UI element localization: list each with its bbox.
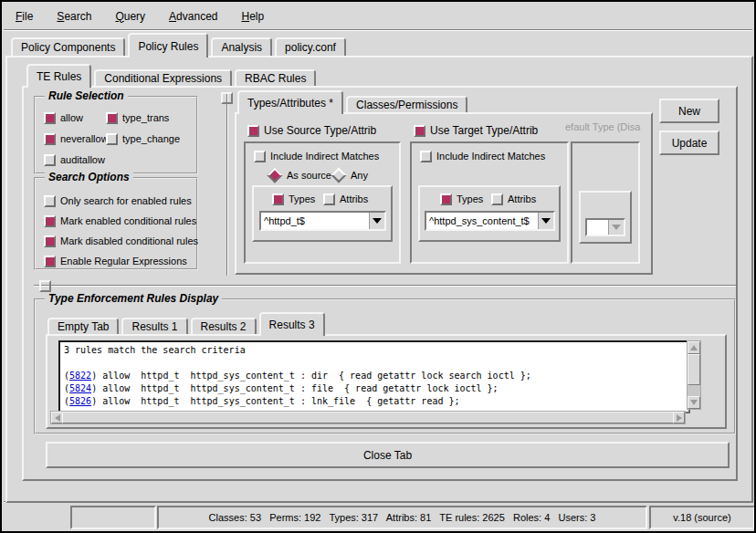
checkbox-allow-label: allow [60,112,83,123]
radio-as-source[interactable]: As source [268,169,331,182]
tab-results-2[interactable]: Results 2 [191,318,257,334]
tab-policy-conf[interactable]: policy.conf [275,37,346,56]
checkbox-neverallow[interactable]: neverallow [44,132,109,145]
checkbox-target-types[interactable]: Types [440,193,483,205]
tab-results-3-label: Results 3 [269,319,315,331]
checkbox-use-target-indicator [414,125,425,137]
checkbox-auditallow[interactable]: auditallow [44,153,105,166]
checkbox-allow-indicator [44,112,56,124]
checkbox-only-enabled-indicator [44,195,56,207]
checkbox-auditallow-indicator [44,154,56,166]
types-attributes-page: Use Source Type/Attrib Include Indirect … [235,112,653,275]
menu-file[interactable]: File [16,6,33,26]
tab-empty-tab[interactable]: Empty Tab [47,318,119,334]
vertical-scrollbar[interactable] [687,340,701,410]
te-display-group: Type Enforcement Rules Display Empty Tab… [34,298,736,434]
checkbox-target-attribs[interactable]: Attribs [491,193,536,205]
tab-policy-rules-label: Policy Rules [138,40,198,53]
menu-query[interactable]: Query [115,6,145,26]
menu-advanced[interactable]: Advanced [169,6,217,26]
checkbox-allow[interactable]: allow [44,111,83,124]
close-tab-button[interactable]: Close Tab [46,442,730,468]
checkbox-use-source-type[interactable]: Use Source Type/Attrib [247,124,376,137]
checkbox-enable-regex[interactable]: Enable Regular Expressions [44,255,187,267]
checkbox-type-trans[interactable]: type_trans [106,111,169,124]
vertical-sash-handle[interactable] [221,92,233,104]
default-type-combobox-value [587,220,608,235]
checkbox-source-indirect[interactable]: Include Indirect Matches [254,150,379,162]
source-type-combobox-arrow[interactable] [369,213,384,229]
tab-rbac-rules-label: RBAC Rules [245,72,306,85]
checkbox-only-enabled-rules[interactable]: Only search for enabled rules [44,194,192,207]
target-types-frame: Types Attribs ^httpd_sys_content_t$ [418,185,561,242]
tab-rbac-rules[interactable]: RBAC Rules [235,69,316,86]
menu-help[interactable]: Help [241,6,264,26]
apol-window: File Search Query Advanced Help Policy C… [0,0,756,533]
new-button[interactable]: New [659,99,719,123]
target-type-combobox[interactable]: ^httpd_sys_content_t$ [425,211,555,231]
rule-link-5824[interactable]: 5824 [69,383,91,393]
tab-results-3[interactable]: Results 3 [259,312,325,336]
checkbox-target-indirect[interactable]: Include Indirect Matches [420,150,545,162]
menu-search[interactable]: Search [57,6,91,26]
scroll-up-button[interactable] [688,341,700,354]
horizontal-scrollbar-thumb[interactable] [62,412,674,423]
rule-text: ) allow httpd_t httpd_sys_content_t : fi… [91,383,499,393]
source-type-combobox[interactable]: ^httpd_t$ [259,211,386,231]
checkbox-type-change[interactable]: type_change [106,132,180,145]
result-rule-line: (5824) allow httpd_t httpd_sys_content_t… [64,382,685,395]
rule-link-5822[interactable]: 5822 [69,371,91,381]
checkbox-neverallow-indicator [44,133,56,145]
tab-types-attributes-label: Types/Attributes * [247,97,333,110]
update-button[interactable]: Update [659,131,719,155]
radio-any-indicator [331,168,347,183]
tab-analysis[interactable]: Analysis [211,37,272,56]
checkbox-mark-disabled-label: Mark disabled conditional rules [60,235,198,246]
checkbox-use-source-indicator [247,125,259,137]
tab-results-1-label: Results 1 [131,320,177,333]
scroll-right-button[interactable] [673,412,685,423]
te-display-title: Type Enforcement Rules Display [45,292,222,305]
checkbox-source-types-indicator [272,193,284,205]
tab-policy-conf-label: policy.conf [285,41,336,54]
chevron-down-icon [612,225,621,230]
checkbox-source-types[interactable]: Types [272,193,315,205]
target-type-combobox-arrow[interactable] [538,213,553,229]
horizontal-sash-handle[interactable] [39,280,51,292]
radio-any[interactable]: Any [331,169,368,182]
results-text-area[interactable]: 3 rules match the search criteria (5822)… [58,340,690,413]
tab-conditional-expressions[interactable]: Conditional Expressions [94,69,232,86]
checkbox-use-target-type[interactable]: Use Target Type/Attrib [414,124,538,137]
status-empty-box [70,506,156,529]
main-tab-bar: Policy Components Policy Rules Analysis … [11,35,346,57]
tab-policy-components[interactable]: Policy Components [11,37,125,56]
vertical-scrollbar-thumb[interactable] [688,354,700,385]
vertical-sash-line [226,93,228,276]
default-type-label-text: efault Type (Disa [565,121,640,132]
target-criteria-frame: Include Indirect Matches Types Attribs ^… [410,141,569,264]
rule-text: ) allow httpd_t httpd_sys_content_t : di… [91,371,531,381]
rule-link-5826[interactable]: 5826 [69,396,91,406]
checkbox-type-trans-indicator [106,112,118,124]
checkbox-target-indirect-label: Include Indirect Matches [436,151,545,162]
rule-selection-group: Rule Selection allow type_trans neverall… [34,96,198,174]
tab-te-rules[interactable]: TE Rules [26,64,91,88]
tab-conditional-expressions-label: Conditional Expressions [104,72,222,85]
target-type-combobox-value: ^httpd_sys_content_t$ [426,213,538,229]
checkbox-mark-disabled-conditional[interactable]: Mark disabled conditional rules [44,235,198,247]
rule-text: ) allow httpd_t httpd_sys_content_t : ln… [91,396,459,406]
checkbox-source-attribs-label: Attribs [340,193,368,204]
checkbox-mark-enabled-conditional[interactable]: Mark enabled conditional rules [44,214,196,227]
checkbox-source-indirect-label: Include Indirect Matches [270,151,379,162]
tab-classes-permissions[interactable]: Classes/Permissions [346,96,467,112]
scroll-down-button[interactable] [688,396,700,409]
radio-as-source-indicator [268,168,283,183]
search-options-group: Search Options Only search for enabled r… [34,177,198,270]
default-type-combobox [585,218,625,236]
checkbox-use-target-label: Use Target Type/Attrib [430,124,538,137]
tab-policy-rules[interactable]: Policy Rules [128,33,208,57]
tab-types-attributes[interactable]: Types/Attributes * [237,90,343,114]
checkbox-source-attribs[interactable]: Attribs [323,193,368,205]
tab-results-1[interactable]: Results 1 [121,318,187,334]
horizontal-scrollbar[interactable] [50,411,686,424]
